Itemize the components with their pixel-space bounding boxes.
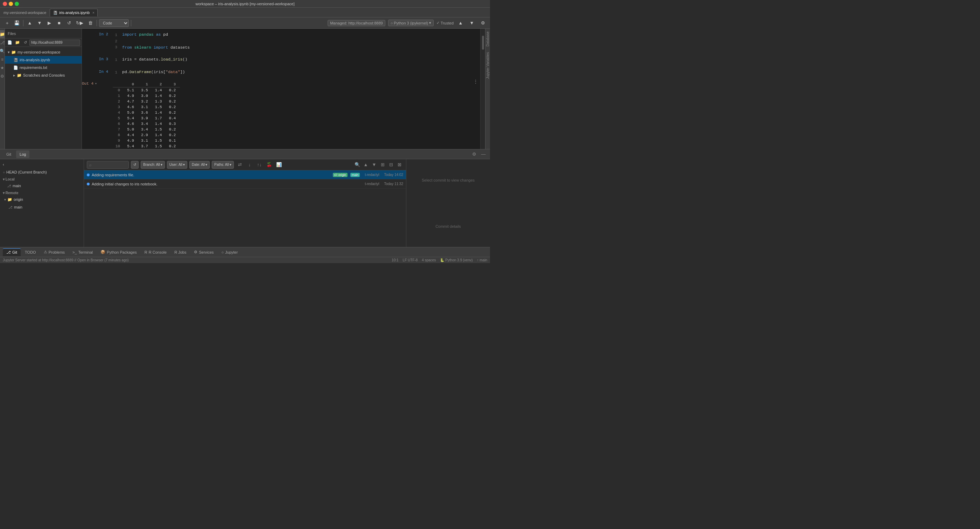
df-cell: 4.9: [124, 93, 138, 98]
remote-origin-item[interactable]: ▾ 📁 origin: [0, 195, 84, 203]
remote-label: Remote: [6, 191, 19, 195]
separator-1: [23, 20, 24, 26]
fetch-button[interactable]: ⇄: [236, 161, 243, 168]
interrupt-button[interactable]: ■: [55, 19, 64, 27]
graph-options-button[interactable]: 📊: [275, 161, 283, 168]
cell-3-content[interactable]: iris = datasets.load_iris(): [119, 55, 485, 65]
down-nav-button[interactable]: ▼: [468, 19, 476, 27]
bottom-tab-r-jobs[interactable]: R Jobs: [171, 248, 190, 256]
kernel-info[interactable]: ○ Python 3 (ipykernel) ▾: [388, 20, 434, 26]
bottom-tab-todo[interactable]: TODO: [21, 248, 40, 256]
jupyter-vars-label[interactable]: Jupyter Variables: [486, 49, 490, 82]
head-label: HEAD (Current Branch): [6, 170, 47, 174]
commit-row-0[interactable]: Adding requirements file. 🏷 origin main …: [84, 170, 406, 180]
database-label[interactable]: Database: [486, 29, 490, 49]
tab-label-r-console: R Console: [149, 250, 167, 254]
tab-close-icon[interactable]: ×: [92, 11, 94, 15]
head-branch-item[interactable]: ○ HEAD (Current Branch): [0, 168, 84, 176]
refresh-button[interactable]: ↺: [22, 39, 29, 46]
bottom-tab-git[interactable]: ⎇Git: [3, 248, 21, 256]
move-down-button[interactable]: ▼: [35, 19, 44, 27]
git-tab-log[interactable]: Log: [16, 151, 29, 158]
push-button[interactable]: ↑↓: [256, 161, 263, 168]
server-info[interactable]: Managed: http://localhost:8889: [328, 20, 385, 26]
close-button[interactable]: [3, 2, 7, 6]
titlebar: workspace – iris-analysis.ipynb [my-vers…: [0, 0, 490, 8]
tab-icon-git: ⎇: [6, 250, 11, 255]
notebook-scrollbar[interactable]: [480, 29, 485, 149]
cell-type-select[interactable]: Code Markdown Raw: [99, 19, 129, 27]
refresh-log-button[interactable]: ↺: [131, 161, 138, 168]
cherry-pick-button[interactable]: 🍒: [265, 161, 273, 168]
cell-3-line-numbers: 1: [111, 55, 119, 65]
python-status[interactable]: 🐍 Python 3.9 (venv): [440, 258, 473, 262]
bottom-tab-problems[interactable]: ⚠Problems: [40, 248, 68, 256]
log-up-button[interactable]: ▲: [362, 161, 370, 168]
bottom-tab-services[interactable]: ⚙Services: [190, 248, 217, 256]
bottom-tab-r-console[interactable]: RR Console: [141, 248, 170, 256]
encoding-status[interactable]: LF UTF-8: [403, 258, 418, 262]
df-cell: 5.0: [124, 110, 138, 116]
bottom-tab-terminal[interactable]: >_Terminal: [69, 248, 96, 256]
git-minimize-button[interactable]: —: [479, 151, 487, 158]
scratches-folder-item[interactable]: ▸ 📁 Scratches and Consoles: [5, 71, 81, 79]
commit-author-1: t-redactyl: [365, 182, 379, 186]
log-down-button[interactable]: ▼: [370, 161, 378, 168]
git-search-input[interactable]: [87, 161, 129, 168]
run-button[interactable]: ▶: [45, 19, 54, 27]
line-col-status[interactable]: 10:1: [391, 258, 398, 262]
output-menu-icon[interactable]: ⋮: [473, 79, 478, 84]
local-main-branch[interactable]: ⎇ main: [0, 182, 84, 190]
pull-button[interactable]: ↓: [246, 161, 253, 168]
move-up-button[interactable]: ▲: [25, 19, 34, 27]
up-nav-button[interactable]: ▲: [457, 19, 465, 27]
log-expand-button[interactable]: ⊠: [396, 161, 403, 168]
workspace-root-item[interactable]: ▾ 📁 my-versioned-workspace: [5, 48, 81, 56]
branch-filter[interactable]: Branch: All ▾: [141, 161, 165, 168]
log-filter-button[interactable]: ⊞: [379, 161, 387, 168]
notebook-area[interactable]: ✓ In 2 1 2 3 import pandas as pd from sk…: [82, 29, 485, 149]
save-button[interactable]: 💾: [13, 19, 21, 27]
files-label: Files: [8, 32, 16, 36]
git-settings-button[interactable]: ⚙: [470, 151, 478, 158]
bottom-tab-python-packages[interactable]: 📦Python Packages: [97, 248, 140, 256]
new-file-button[interactable]: 📄: [6, 39, 13, 46]
log-label: Log: [20, 152, 26, 156]
restart-button[interactable]: ↺: [65, 19, 73, 27]
df-cell: 0.4: [166, 116, 180, 121]
notebook-file-item[interactable]: 📓 iris-analysis.ipynb: [5, 56, 81, 64]
tab-label-problems: Problems: [49, 250, 65, 254]
df-cell: 4.7: [124, 98, 138, 104]
cell-2-content[interactable]: import pandas as pd from sklearn import …: [119, 30, 485, 52]
remote-main-branch[interactable]: ⎇ main: [0, 203, 84, 211]
project-tab[interactable]: my-versioned-workspace: [2, 11, 48, 15]
paths-filter[interactable]: Paths: All ▾: [212, 161, 234, 168]
new-folder-button[interactable]: 📁: [14, 39, 21, 46]
notebook-tab-active[interactable]: 📓 iris-analysis.ipynb ×: [50, 9, 98, 16]
branch-status[interactable]: ↑ main: [477, 258, 487, 262]
clear-button[interactable]: 🗑: [86, 19, 94, 27]
minimize-button[interactable]: [9, 2, 13, 6]
maximize-button[interactable]: [15, 2, 19, 6]
restart-run-button[interactable]: ↻▶: [75, 19, 85, 27]
git-tab-git[interactable]: Git: [3, 151, 15, 158]
settings-button[interactable]: ⚙: [479, 19, 487, 27]
output-expand-icon[interactable]: ▾: [95, 81, 97, 86]
trusted-badge[interactable]: ✓ Trusted: [436, 21, 453, 25]
indent-status[interactable]: 4 spaces: [422, 258, 436, 262]
df-cell: 1.4: [152, 87, 166, 94]
add-cell-button[interactable]: ＋: [3, 19, 11, 27]
git-back-button[interactable]: ‹: [0, 160, 84, 168]
log-search-button[interactable]: 🔍: [353, 161, 361, 168]
url-bar[interactable]: [29, 40, 80, 46]
local-group-header: ▾ Local: [0, 176, 84, 182]
log-settings2-button[interactable]: ⊟: [387, 161, 395, 168]
bottom-tab-jupyter[interactable]: ○Jupyter: [218, 248, 242, 256]
tab-label-jupyter: Jupyter: [225, 250, 238, 254]
user-filter[interactable]: User: All ▾: [167, 161, 187, 168]
date-filter[interactable]: Date: All ▾: [189, 161, 210, 168]
commit-row-1[interactable]: Adding initial changes to iris notebook.…: [84, 180, 406, 189]
cell-4-content[interactable]: pd.DataFrame(iris["data"]): [119, 68, 485, 77]
requirements-file-item[interactable]: 📄 requirements.txt: [5, 64, 81, 71]
df-row-index: 2: [113, 98, 124, 104]
